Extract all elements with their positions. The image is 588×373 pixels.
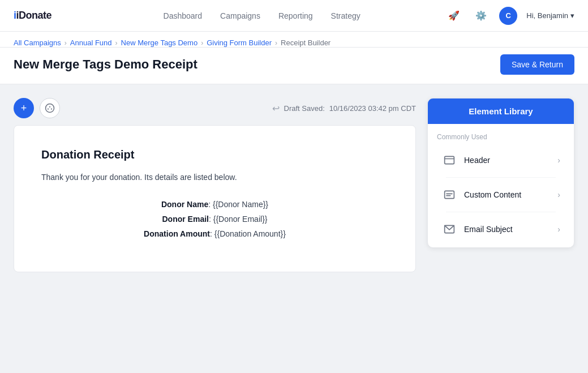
brand-logo: iiDonate: [14, 10, 51, 22]
page-header: New Merge Tags Demo Receipt Save & Retur…: [0, 48, 588, 84]
svg-point-2: [49, 106, 50, 108]
receipt-field-donor-name: Donor Name: {{Donor Name}}: [41, 200, 388, 209]
element-item-email-subject[interactable]: Email Subject ›: [437, 216, 565, 243]
avatar: C: [499, 7, 517, 25]
svg-point-3: [51, 108, 52, 109]
receipt-field-donation-amount: Donation Amount: {{Donation Amount}}: [41, 229, 388, 238]
palette-button[interactable]: [40, 98, 60, 118]
element-item-custom-content-label: Custom Content: [464, 190, 551, 199]
svg-rect-6: [445, 191, 454, 198]
svg-rect-4: [445, 156, 454, 164]
breadcrumb-receipt-builder: Receipt Builder: [281, 38, 331, 47]
divider-2: [446, 212, 556, 212]
receipt-body: Thank you for your donation. Its details…: [41, 173, 388, 182]
save-return-button[interactable]: Save & Return: [500, 54, 574, 75]
nav-right: 🚀 ⚙️ C Hi, Benjamin ▾: [445, 7, 574, 25]
breadcrumb-giving-form-builder[interactable]: Giving Form Builder: [207, 38, 272, 47]
email-subject-chevron-icon: ›: [557, 225, 560, 234]
rocket-icon[interactable]: 🚀: [445, 7, 463, 25]
element-library-section-label: Commonly Used: [437, 133, 565, 141]
email-subject-icon: [441, 221, 457, 237]
custom-content-chevron-icon: ›: [557, 190, 560, 199]
element-item-email-subject-label: Email Subject: [464, 225, 551, 234]
breadcrumb-annual-fund[interactable]: Annual Fund: [70, 38, 112, 47]
custom-content-icon: [441, 187, 457, 203]
breadcrumb-sep-2: ›: [115, 39, 118, 47]
add-element-button[interactable]: +: [14, 98, 34, 118]
editor-toolbar: + ↩ Draft Saved: 10/16/2023 03:42 pm CDT: [14, 98, 416, 118]
receipt-fields: Donor Name: {{Donor Name}} Donor Email: …: [41, 200, 388, 238]
receipt-title: Donation Receipt: [41, 148, 388, 161]
breadcrumb: All Campaigns › Annual Fund › New Merge …: [0, 32, 588, 48]
main-area: + ↩ Draft Saved: 10/16/2023 03:42 pm CDT…: [0, 84, 588, 286]
breadcrumb-sep-3: ›: [201, 39, 203, 47]
divider-1: [446, 177, 556, 178]
breadcrumb-all-campaigns[interactable]: All Campaigns: [14, 38, 61, 47]
element-item-custom-content[interactable]: Custom Content ›: [437, 181, 565, 208]
breadcrumb-new-merge-tags-demo[interactable]: New Merge Tags Demo: [121, 38, 198, 47]
draft-timestamp: 10/16/2023 03:42 pm CDT: [329, 104, 416, 113]
svg-point-1: [48, 108, 49, 109]
user-menu[interactable]: Hi, Benjamin ▾: [526, 11, 574, 20]
header-icon: [441, 152, 457, 168]
element-library-header: Element Library: [428, 98, 574, 124]
nav-dashboard[interactable]: Dashboard: [164, 9, 203, 23]
element-item-header[interactable]: Header ›: [437, 147, 565, 174]
breadcrumb-sep-4: ›: [275, 39, 277, 47]
element-item-header-label: Header: [464, 156, 551, 165]
nav-reporting[interactable]: Reporting: [278, 9, 313, 23]
receipt-card: Donation Receipt Thank you for your dona…: [14, 125, 416, 272]
undo-icon: ↩: [272, 103, 280, 114]
draft-label: Draft Saved:: [284, 104, 325, 113]
nav-links: Dashboard Campaigns Reporting Strategy: [79, 9, 445, 23]
svg-point-0: [46, 104, 54, 113]
element-library-items: Header › Custom Content ›: [437, 147, 565, 243]
element-library-panel: Element Library Commonly Used Header ›: [427, 98, 574, 248]
draft-status: ↩ Draft Saved: 10/16/2023 03:42 pm CDT: [272, 103, 416, 114]
header-chevron-icon: ›: [557, 156, 560, 165]
navbar: iiDonate Dashboard Campaigns Reporting S…: [0, 0, 588, 32]
gear-icon[interactable]: ⚙️: [472, 7, 490, 25]
receipt-field-donor-email: Donor Email: {{Donor Email}}: [41, 215, 388, 224]
page-title: New Merge Tags Demo Receipt: [14, 57, 198, 72]
editor-area: + ↩ Draft Saved: 10/16/2023 03:42 pm CDT…: [14, 98, 416, 272]
nav-campaigns[interactable]: Campaigns: [220, 9, 260, 23]
breadcrumb-sep-1: ›: [65, 39, 67, 47]
element-library-section: Commonly Used Header ›: [428, 124, 574, 247]
nav-strategy[interactable]: Strategy: [331, 9, 360, 23]
